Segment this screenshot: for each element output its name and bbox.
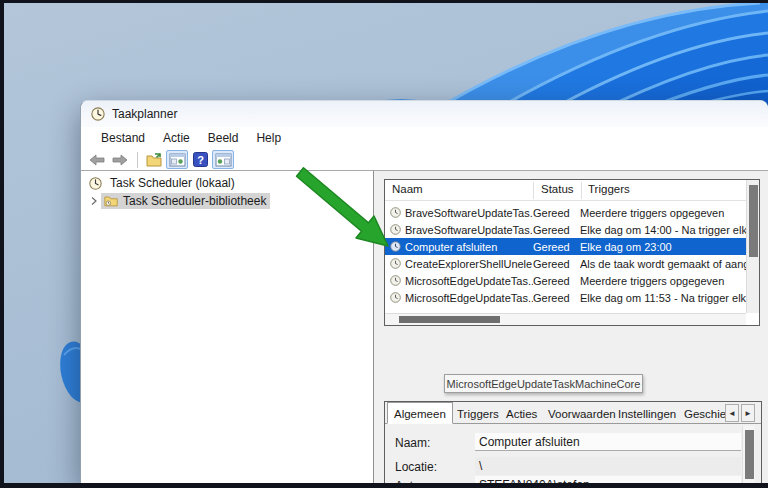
menu-actie[interactable]: Actie (154, 128, 199, 148)
desktop-wallpaper: Taakplanner Bestand Actie Beeld Help (4, 3, 768, 483)
tooltip-text: MicrosoftEdgeUpdateTaskMachineCore (447, 378, 641, 390)
task-scheduler-app-icon (91, 107, 105, 121)
clock-icon (89, 177, 102, 190)
tooltip: MicrosoftEdgeUpdateTaskMachineCore (444, 374, 643, 393)
task-scheduler-window: Taakplanner Bestand Actie Beeld Help (80, 100, 768, 483)
console-tree-pane: Task Scheduler (lokaal) Task (81, 171, 374, 483)
toolbar-separator (137, 152, 138, 168)
folder-export-icon (146, 153, 163, 167)
task-row[interactable]: BraveSoftwareUpdateTas... Gereed Meerder… (385, 204, 746, 221)
action-pane-window-icon (215, 153, 232, 167)
svg-text:?: ? (197, 154, 204, 166)
tree-item-label: Task Scheduler-bibliotheek (123, 194, 266, 208)
clock-icon (390, 207, 401, 218)
naam-value-field[interactable]: Computer afsluiten (475, 433, 741, 451)
menu-beeld[interactable]: Beeld (199, 128, 248, 148)
tree-item-library[interactable]: Task Scheduler-bibliotheek (81, 192, 373, 210)
column-header-status[interactable]: Status (541, 183, 574, 195)
back-arrow-icon (89, 154, 105, 166)
show-action-pane-button[interactable] (212, 150, 234, 169)
auteur-label: Auteur: (395, 479, 434, 483)
details-vertical-scrollbar[interactable] (742, 426, 755, 483)
menu-help[interactable]: Help (247, 128, 290, 148)
menu-bar: Bestand Actie Beeld Help (81, 127, 768, 149)
menu-bestand[interactable]: Bestand (92, 128, 154, 148)
toolbar: ? (81, 149, 768, 171)
tab-acties[interactable]: Acties (500, 405, 543, 424)
clock-icon (390, 292, 401, 303)
console-window-icon (169, 153, 186, 167)
task-list-header: Naam Status Triggers (385, 180, 746, 201)
column-separator[interactable] (533, 182, 534, 199)
forward-arrow-icon (112, 154, 128, 166)
clock-icon (390, 241, 401, 252)
task-row[interactable]: MicrosoftEdgeUpdateTas... Gereed Elke da… (385, 289, 746, 306)
forward-button[interactable] (109, 150, 131, 169)
tab-scroll-right-button[interactable]: ► (741, 404, 755, 422)
help-button[interactable]: ? (189, 150, 211, 169)
clock-icon (390, 224, 401, 235)
scrollbar-thumb[interactable] (749, 185, 758, 257)
task-list-pane: Naam Status Triggers BraveSoftwareUpdate… (384, 179, 760, 326)
task-row[interactable]: BraveSoftwareUpdateTas... Gereed Elke da… (385, 221, 746, 238)
task-details-pane: Algemeen Triggers Acties Voorwaarden Ins… (384, 401, 762, 483)
task-list-horizontal-scrollbar[interactable] (385, 313, 746, 325)
back-button[interactable] (86, 150, 108, 169)
naam-label: Naam: (395, 436, 430, 450)
show-console-tree-button[interactable] (166, 150, 188, 169)
task-row[interactable]: MicrosoftEdgeUpdateTas... Gereed Meerder… (385, 272, 746, 289)
help-icon: ? (193, 152, 208, 167)
folder-clock-icon (104, 195, 119, 207)
console-content: Task Scheduler (lokaal) Task (81, 171, 768, 483)
tab-triggers[interactable]: Triggers (451, 405, 505, 424)
title-bar[interactable]: Taakplanner (81, 101, 768, 127)
clock-icon (390, 258, 401, 269)
tab-voorwaarden[interactable]: Voorwaarden (542, 405, 622, 424)
locatie-value-field[interactable]: \ (475, 457, 741, 475)
tab-scroll-left-button[interactable]: ◄ (725, 404, 739, 422)
screenshot-frame: Taakplanner Bestand Actie Beeld Help (0, 0, 768, 488)
clock-icon (390, 275, 401, 286)
task-row-selected[interactable]: Computer afsluiten Gereed Elke dag om 23… (385, 238, 746, 255)
export-button[interactable] (143, 150, 165, 169)
column-header-naam[interactable]: Naam (392, 183, 423, 195)
scrollbar-thumb[interactable] (745, 430, 754, 479)
column-header-triggers[interactable]: Triggers (588, 183, 630, 195)
locatie-label: Locatie: (395, 460, 437, 474)
tab-instellingen[interactable]: Instellingen (612, 405, 682, 424)
details-tab-strip: Algemeen Triggers Acties Voorwaarden Ins… (385, 402, 761, 424)
task-row[interactable]: CreateExplorerShellUnele... Gereed Als d… (385, 255, 746, 272)
task-list-vertical-scrollbar[interactable] (746, 180, 759, 313)
tree-selected-highlight: Task Scheduler-bibliotheek (101, 193, 270, 209)
window-title: Taakplanner (112, 107, 177, 121)
tab-algemeen[interactable]: Algemeen (387, 402, 453, 424)
tree-item-task-scheduler-local[interactable]: Task Scheduler (lokaal) (81, 174, 373, 192)
column-separator[interactable] (581, 182, 582, 199)
scrollbar-thumb[interactable] (399, 316, 500, 323)
chevron-right-icon[interactable] (90, 197, 98, 205)
tree-item-label: Task Scheduler (lokaal) (107, 176, 238, 190)
auteur-value-field[interactable]: STEFAN840A\stefan (475, 476, 741, 483)
